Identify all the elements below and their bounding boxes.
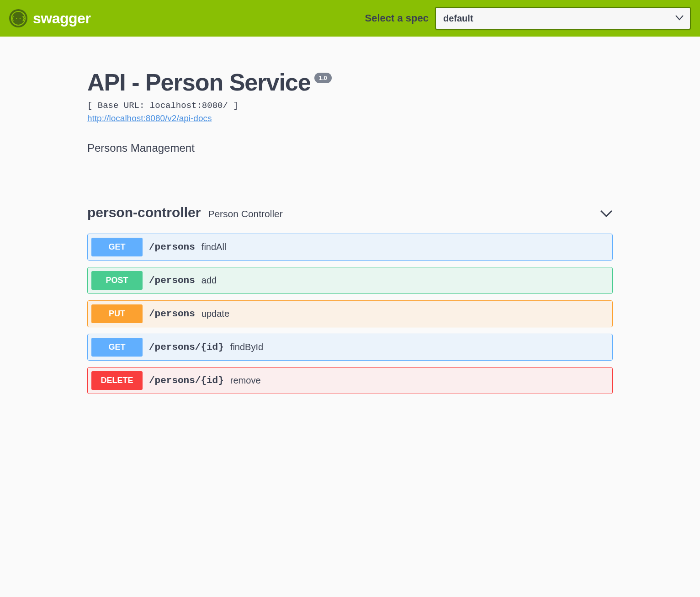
- operation-put-2[interactable]: PUT/personsupdate: [87, 300, 613, 327]
- spec-label: Select a spec: [365, 12, 429, 24]
- api-title: API - Person Service: [87, 69, 311, 96]
- method-badge: GET: [91, 238, 143, 256]
- operation-path: /persons/{id}: [149, 342, 224, 352]
- topbar: {··} swagger Select a spec default: [0, 0, 700, 37]
- version-badge: 1.0: [314, 73, 332, 83]
- tag-name: person-controller: [87, 205, 201, 220]
- operation-path: /persons: [149, 275, 195, 286]
- api-docs-link[interactable]: http://localhost:8080/v2/api-docs: [87, 113, 212, 123]
- operation-post-1[interactable]: POST/personsadd: [87, 267, 613, 294]
- operation-path: /persons: [149, 242, 195, 252]
- operation-summary: findAll: [202, 242, 226, 252]
- operation-get-3[interactable]: GET/persons/{id}findById: [87, 334, 613, 361]
- tag-description: Person Controller: [208, 208, 282, 219]
- method-badge: GET: [91, 338, 143, 357]
- chevron-down-icon: [600, 210, 613, 219]
- api-description: Persons Management: [87, 142, 613, 155]
- swagger-logo-icon: {··}: [9, 9, 27, 27]
- logo[interactable]: {··} swagger: [9, 9, 90, 27]
- main-container: API - Person Service 1.0 [ Base URL: loc…: [87, 37, 613, 421]
- operation-summary: add: [202, 275, 217, 286]
- tag-header[interactable]: person-controller Person Controller: [87, 205, 613, 227]
- brand-name: swagger: [33, 10, 90, 27]
- operation-delete-4[interactable]: DELETE/persons/{id}remove: [87, 367, 613, 394]
- title-row: API - Person Service 1.0: [87, 69, 613, 96]
- operation-get-0[interactable]: GET/personsfindAll: [87, 234, 613, 261]
- spec-select-wrap: default: [435, 7, 691, 30]
- base-url: [ Base URL: localhost:8080/ ]: [87, 101, 613, 111]
- spec-select[interactable]: default: [435, 7, 691, 30]
- operations-list: GET/personsfindAllPOST/personsaddPUT/per…: [87, 234, 613, 394]
- operation-summary: remove: [230, 375, 261, 386]
- operation-summary: findById: [230, 342, 263, 352]
- operation-summary: update: [202, 309, 229, 319]
- tag-section: person-controller Person Controller GET/…: [87, 205, 613, 394]
- method-badge: PUT: [91, 304, 143, 323]
- spec-selector: Select a spec default: [365, 7, 691, 30]
- info-section: API - Person Service 1.0 [ Base URL: loc…: [87, 50, 613, 164]
- method-badge: POST: [91, 271, 143, 290]
- method-badge: DELETE: [91, 371, 143, 390]
- svg-text:{··}: {··}: [11, 15, 25, 22]
- operation-path: /persons: [149, 309, 195, 319]
- operation-path: /persons/{id}: [149, 375, 224, 386]
